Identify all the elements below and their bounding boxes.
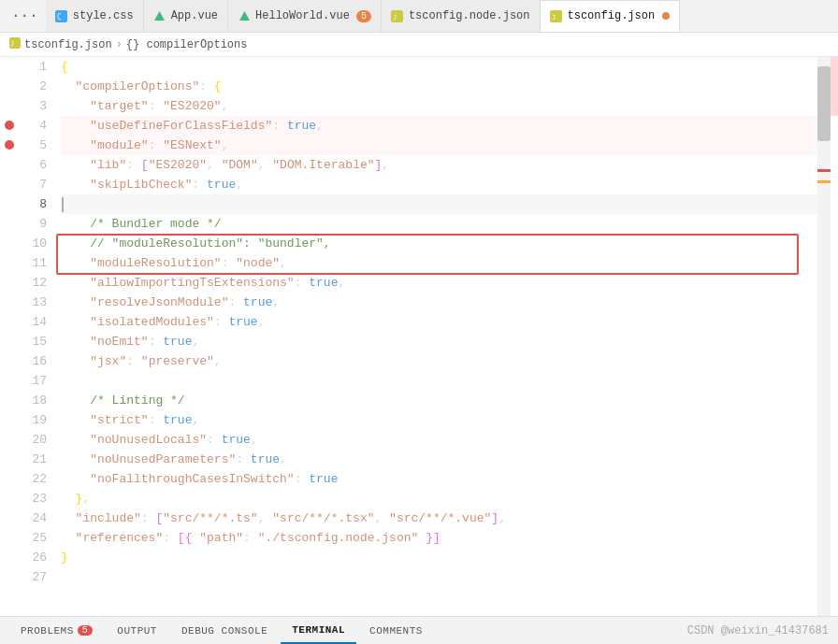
code-line-14: "isolatedModules": true, (61, 312, 817, 332)
code-line-8 (61, 194, 817, 214)
svg-text:J: J (552, 14, 556, 21)
code-line-9: /* Bundler mode */ (61, 214, 817, 234)
code-line-1: { (61, 57, 817, 77)
code-line-23: }, (61, 489, 817, 508)
bp-gutter (0, 57, 19, 616)
tab-label-app-vue: App.vue (171, 9, 218, 22)
code-line-24: "include": ["src/**/*.ts", "src/**/*.tsx… (61, 508, 817, 528)
line-num-16: 16 (19, 351, 47, 371)
line-num-17: 17 (19, 371, 47, 391)
error-marker-line5 (5, 140, 14, 150)
code-line-2: "compilerOptions": { (61, 77, 817, 96)
tab-style-css[interactable]: C style.css (46, 0, 144, 32)
code-line-4: "useDefineForClassFields": true, (61, 116, 817, 136)
tab-app-vue[interactable]: App.vue (144, 0, 228, 32)
json-icon-2: J (550, 9, 563, 22)
line-num-13: 13 (19, 293, 47, 312)
bottom-panel: PROBLEMS 5 OUTPUT DEBUG CONSOLE TERMINAL… (0, 616, 838, 644)
code-line-13: "resolveJsonModule": true, (61, 293, 817, 312)
tab-helloworld-vue[interactable]: HelloWorld.vue 5 (228, 0, 382, 32)
breadcrumb-icon: J (9, 37, 21, 52)
watermark: CSDN @weixin_41437681 (687, 624, 829, 637)
code-line-16: "jsx": "preserve", (61, 351, 817, 371)
line-num-2: 2 (19, 77, 47, 96)
helloworld-badge: 5 (356, 10, 371, 22)
code-line-25: "references": [{ "path": "./tsconfig.nod… (61, 528, 817, 548)
line-numbers: 1 2 3 4 5 6 7 8 9 10 11 12 13 14 15 16 1… (19, 57, 56, 616)
code-line-10: // "moduleResolution": "bundler", (61, 234, 817, 253)
minimap-bar-1 (831, 57, 838, 116)
line-num-3: 3 (19, 96, 47, 116)
line-num-11: 11 (19, 253, 47, 273)
line-num-12: 12 (19, 273, 47, 293)
line-num-20: 20 (19, 430, 47, 450)
panel-tab-terminal[interactable]: TERMINAL (281, 617, 356, 644)
panel-tab-debug[interactable]: DEBUG CONSOLE (170, 617, 279, 644)
svg-text:J: J (10, 40, 14, 48)
code-line-3: "target": "ES2020", (61, 96, 817, 116)
line-num-5: 5 (19, 136, 47, 155)
terminal-label: TERMINAL (292, 624, 345, 636)
line-num-9: 9 (19, 214, 47, 234)
unsaved-dot (662, 12, 670, 20)
line-num-14: 14 (19, 312, 47, 332)
scroll-error-marker-2 (817, 180, 831, 183)
svg-text:J: J (393, 14, 397, 21)
code-line-26: } (61, 548, 817, 567)
json-icon: J (391, 9, 404, 22)
line-num-6: 6 (19, 155, 47, 175)
line-num-22: 22 (19, 469, 47, 489)
line-num-15: 15 (19, 332, 47, 351)
tab-label-style-css: style.css (73, 9, 134, 22)
breadcrumb-section: {} compilerOptions (126, 38, 248, 51)
more-tabs-button[interactable]: ··· (4, 0, 46, 32)
code-line-17 (61, 371, 817, 391)
tab-tsconfig-json[interactable]: J tsconfig.json (541, 0, 681, 32)
code-line-7: "skipLibCheck": true, (61, 175, 817, 194)
line-num-10: 10 (19, 234, 47, 253)
panel-tab-output[interactable]: OUTPUT (106, 617, 168, 644)
code-line-21: "noUnusedParameters": true, (61, 450, 817, 469)
code-content: { "compilerOptions": { "target": "ES2020… (56, 57, 817, 616)
svg-marker-2 (154, 11, 165, 21)
problems-badge: 5 (78, 625, 94, 636)
panel-tab-comments[interactable]: COMMENTS (358, 617, 434, 644)
scroll-error-marker-1 (817, 169, 831, 172)
code-line-22: "noFallthroughCasesInSwitch": true (61, 469, 817, 489)
css-icon: C (55, 9, 68, 22)
code-line-18: /* Linting */ (61, 391, 817, 410)
line-num-24: 24 (19, 508, 47, 528)
line-num-8: 8 (19, 194, 47, 214)
code-line-6: "lib": ["ES2020", "DOM", "DOM.Iterable"]… (61, 155, 817, 175)
line-num-21: 21 (19, 450, 47, 469)
editor-scrollbar[interactable] (817, 57, 831, 616)
tab-label-tsconfig-json: tsconfig.json (568, 9, 656, 22)
code-editor[interactable]: { "compilerOptions": { "target": "ES2020… (56, 57, 838, 616)
line-num-19: 19 (19, 410, 47, 430)
debug-label: DEBUG CONSOLE (181, 625, 267, 637)
error-marker-line4 (5, 121, 14, 130)
line-num-4: 4 (19, 116, 47, 136)
output-label: OUTPUT (117, 625, 157, 637)
code-line-15: "noEmit": true, (61, 332, 817, 351)
svg-text:C: C (57, 13, 62, 21)
tab-tsconfig-node[interactable]: J tsconfig.node.json (382, 0, 541, 32)
panel-tab-problems[interactable]: PROBLEMS 5 (9, 617, 104, 644)
tab-label-tsconfig-node: tsconfig.node.json (409, 9, 530, 22)
breadcrumb-sep: › (116, 38, 123, 51)
problems-label: PROBLEMS (21, 625, 74, 637)
line-num-1: 1 (19, 57, 47, 77)
code-line-12: "allowImportingTsExtensions": true, (61, 273, 817, 293)
line-num-18: 18 (19, 391, 47, 410)
minimap-gap (831, 116, 838, 122)
tab-label-helloworld-vue: HelloWorld.vue (255, 9, 350, 22)
scroll-thumb[interactable] (817, 66, 831, 141)
comments-label: COMMENTS (369, 625, 423, 637)
svg-marker-3 (239, 11, 250, 21)
line-num-23: 23 (19, 489, 47, 508)
code-line-20: "noUnusedLocals": true, (61, 430, 817, 450)
code-line-11: "moduleResolution": "node", (61, 253, 817, 273)
code-line-27 (61, 567, 817, 587)
line-num-27: 27 (19, 567, 47, 587)
vue-icon (153, 9, 166, 22)
